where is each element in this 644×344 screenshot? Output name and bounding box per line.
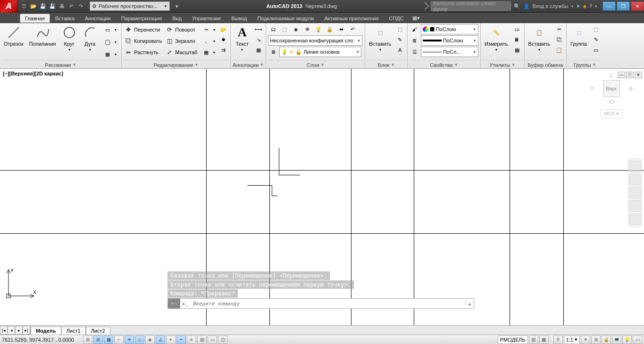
tab-spds[interactable]: СПДС xyxy=(384,14,409,23)
hatch-icon[interactable]: ▦ xyxy=(102,49,113,59)
rectangle-icon[interactable]: ▭ xyxy=(102,25,113,35)
command-line[interactable]: ×‹ ▸_ ▴ xyxy=(167,298,474,309)
ellipse-icon[interactable]: ◯ xyxy=(102,37,113,47)
layout-tab-model[interactable]: Модель xyxy=(31,327,61,335)
measure-button[interactable]: 📏Измерить▾ xyxy=(483,24,510,53)
select-all-icon[interactable]: ▭ xyxy=(512,24,522,34)
ungroup-icon[interactable]: ⬚ xyxy=(591,24,601,34)
arc-button[interactable]: Дуга▾ xyxy=(81,24,100,53)
tab-online[interactable]: Активные приложения xyxy=(319,14,384,23)
search-icon[interactable]: 🔍 xyxy=(514,3,520,9)
sb-grid-icon[interactable]: ▦ xyxy=(104,336,113,344)
viewcube-south[interactable]: Ю xyxy=(590,99,633,105)
cut-icon[interactable]: ✂ xyxy=(554,24,564,34)
create-block-icon[interactable]: ⬚ xyxy=(395,24,405,34)
sb-dyn-icon[interactable]: + xyxy=(176,336,186,344)
viewcube-east[interactable]: В xyxy=(629,86,633,91)
layer-off-icon[interactable]: 💡 xyxy=(313,24,324,34)
tab-annotate[interactable]: Аннотации xyxy=(80,14,116,23)
table-icon[interactable]: ▦ xyxy=(253,45,264,55)
qat-redo-icon[interactable]: ↷ xyxy=(76,2,85,10)
tab-output[interactable]: Вывод xyxy=(226,14,252,23)
signin-label[interactable]: Вход в службы xyxy=(533,3,569,9)
maximize-button[interactable]: ❐ xyxy=(617,1,630,11)
layer-prev-icon[interactable]: ↶ xyxy=(347,24,358,34)
sb-isolate-icon[interactable]: 💡 xyxy=(622,336,632,344)
tab-insert[interactable]: Вставка xyxy=(50,14,80,23)
group-bb-icon[interactable]: ▭ xyxy=(591,45,601,55)
sb-sc-icon[interactable]: ◫ xyxy=(218,336,227,344)
sb-annoscale-icon[interactable]: ⚲ xyxy=(553,336,563,344)
offset-icon[interactable]: ⇉ xyxy=(218,45,228,55)
prop-pal-icon[interactable]: ≣ xyxy=(410,35,420,46)
sb-infer-icon[interactable]: ⊞ xyxy=(83,336,92,344)
coordinates-readout[interactable]: 7621.5289, 9974.3917 , 0.0000 xyxy=(2,337,82,343)
sb-ws-icon[interactable]: ⚙ xyxy=(591,336,601,344)
layout-tab-sheet1[interactable]: Лист1 xyxy=(61,327,86,335)
move-button[interactable]: ✥Перенести xyxy=(124,24,163,35)
sb-lwt-icon[interactable]: ≡ xyxy=(187,336,196,344)
fillet-icon[interactable]: ◟ xyxy=(201,36,211,46)
help-icon[interactable]: ? xyxy=(589,3,592,9)
text-button[interactable]: АТекст▾ xyxy=(233,24,251,53)
quick-calc-icon[interactable]: 🖩 xyxy=(512,34,522,45)
sb-3dosnap-icon[interactable]: ◈ xyxy=(145,336,155,344)
viewcube[interactable]: С З Верх В Ю МСК ▾ xyxy=(590,73,633,124)
group-button[interactable]: ⬚Группа xyxy=(569,24,589,48)
minimize-button[interactable]: — xyxy=(602,1,616,11)
nav-showmotion-icon[interactable] xyxy=(629,213,641,225)
layout-next-icon[interactable]: ▸ xyxy=(15,326,23,335)
viewcube-top-face[interactable]: Верх xyxy=(603,80,620,97)
qat-save-icon[interactable]: 💾 xyxy=(39,2,47,10)
sb-model-combo[interactable]: РМОДЕЛЬ xyxy=(498,336,528,344)
exchange-icon[interactable]: ✕ xyxy=(576,3,580,9)
sb-quickview-icon[interactable]: ▦ xyxy=(539,336,549,344)
sb-layout-icon[interactable]: ▥ xyxy=(529,336,538,344)
sb-ortho-icon[interactable]: ⌐ xyxy=(114,336,124,344)
sb-polar-icon[interactable]: ✛ xyxy=(125,336,134,344)
nav-wheel-icon[interactable] xyxy=(629,161,641,172)
layer-freeze-icon[interactable]: ❄ xyxy=(302,24,312,34)
scale-button[interactable]: ⤢Масштаб xyxy=(165,47,198,58)
copy-clip-icon[interactable]: ⿻ xyxy=(554,34,564,45)
layout-tab-sheet2[interactable]: Лист2 xyxy=(86,327,110,335)
rotate-button[interactable]: ⟳Поворот xyxy=(165,24,198,35)
layer-lock-icon[interactable]: 🔒 xyxy=(325,24,335,34)
sb-lock-icon[interactable]: 🔒 xyxy=(602,336,611,344)
sb-scale-combo[interactable]: 1:1▾ xyxy=(564,336,580,344)
close-button[interactable]: ✕ xyxy=(631,1,644,11)
edit-block-icon[interactable]: ✎ xyxy=(395,34,405,45)
dim-linear-icon[interactable]: ⟼ xyxy=(253,24,264,34)
sb-ducs-icon[interactable]: ⌖ xyxy=(166,336,176,344)
qat-new-icon[interactable]: 🗋 xyxy=(20,2,28,10)
point-icon[interactable]: ▦ xyxy=(512,45,522,55)
sb-otrack-icon[interactable]: ∠ xyxy=(156,336,165,344)
nav-zoom-icon[interactable] xyxy=(629,187,641,198)
qat-plot-icon[interactable]: 🖶 xyxy=(58,2,66,10)
list-icon[interactable]: ☰ xyxy=(410,47,420,57)
cmdline-grip[interactable]: ×‹ xyxy=(168,298,180,309)
paste-button[interactable]: 📋Вставить▾ xyxy=(527,24,552,53)
qat-undo-icon[interactable]: ↶ xyxy=(67,2,75,10)
infocenter-search[interactable]: Введите ключевое слово/фразу xyxy=(431,1,511,11)
layout-last-icon[interactable]: ▸| xyxy=(23,326,30,335)
layout-prev-icon[interactable]: ◂ xyxy=(8,326,15,335)
copy-button[interactable]: ⿻Копировать xyxy=(124,35,163,47)
line-button[interactable]: Отрезок xyxy=(2,24,25,48)
doc-close-icon[interactable]: ✕ xyxy=(635,72,642,78)
linetype2-combo[interactable]: ПоСл...▼ xyxy=(421,47,478,57)
stayconn-icon[interactable]: ♣ xyxy=(583,3,586,9)
array-icon[interactable]: ▦ xyxy=(201,47,211,57)
trim-icon[interactable]: ✂ xyxy=(201,25,211,35)
group-edit-icon[interactable]: ✎ xyxy=(591,34,601,45)
insert-block-button[interactable]: ⬚Вставить▾ xyxy=(367,24,393,53)
layer-prop-icon[interactable]: 🗂 xyxy=(268,24,278,34)
play-icon[interactable] xyxy=(421,2,429,10)
sb-clean-icon[interactable]: ▭ xyxy=(633,336,642,344)
erase-icon[interactable]: 🧽 xyxy=(218,24,228,34)
layer-state-icon[interactable]: ⬚ xyxy=(279,24,290,34)
sb-osnap-icon[interactable]: ◇ xyxy=(135,336,144,344)
circle-button[interactable]: Круг▾ xyxy=(60,24,79,53)
match-prop-icon[interactable]: 🖌 xyxy=(410,24,420,34)
layout-first-icon[interactable]: |◂ xyxy=(0,326,8,335)
